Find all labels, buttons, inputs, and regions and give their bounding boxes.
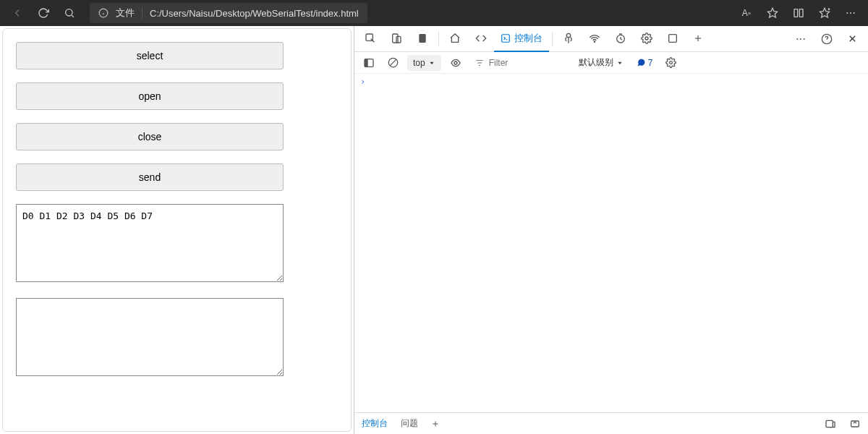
svg-marker-37	[430, 61, 433, 64]
svg-rect-34	[365, 59, 368, 67]
devtools-close-button[interactable]	[840, 33, 865, 44]
svg-point-0	[66, 9, 72, 16]
back-button[interactable]	[6, 1, 29, 25]
drawer-collapse-button[interactable]	[849, 418, 861, 430]
devtools-tabbar: 控制台	[354, 26, 868, 52]
console-icon	[501, 33, 511, 43]
refresh-button[interactable]	[32, 1, 55, 25]
favorite-button[interactable]	[761, 1, 784, 25]
svg-point-28	[804, 38, 805, 40]
live-expression-button[interactable]	[446, 54, 466, 72]
message-icon	[637, 58, 646, 67]
devtools-drawer-tabs: 控制台 问题	[354, 412, 868, 434]
svg-point-27	[800, 38, 801, 40]
split-screen-button[interactable]	[787, 1, 810, 25]
devtools-menu-button[interactable]	[788, 33, 814, 45]
application-tab[interactable]	[660, 26, 686, 52]
devtools-panel: 控制台 top	[354, 26, 868, 434]
svg-point-22	[645, 37, 648, 40]
filter-input[interactable]	[489, 58, 532, 68]
input-textarea[interactable]	[16, 204, 284, 282]
svg-point-11	[850, 12, 851, 14]
svg-rect-15	[396, 36, 401, 43]
svg-point-20	[594, 41, 595, 42]
log-level-selector[interactable]: 默认级别	[574, 54, 628, 72]
svg-point-10	[846, 12, 848, 14]
read-aloud-button[interactable]: A»	[735, 1, 758, 25]
file-label: 文件	[116, 7, 135, 20]
drawer-issues-tab[interactable]: 问题	[401, 417, 418, 430]
tablet-view-button[interactable]	[409, 26, 435, 52]
message-count[interactable]: 7	[632, 54, 658, 72]
svg-rect-46	[826, 420, 833, 427]
more-button[interactable]	[839, 1, 862, 25]
chevron-down-icon	[428, 59, 435, 67]
chevron-down-icon	[616, 59, 624, 67]
new-tab-button[interactable]	[686, 26, 710, 52]
sources-tab[interactable]	[556, 26, 582, 52]
svg-point-12	[854, 12, 855, 14]
memory-tab[interactable]	[634, 26, 660, 52]
filter-icon	[475, 58, 485, 68]
devtools-help-button[interactable]	[814, 33, 840, 45]
console-prompt-icon: ›	[360, 77, 365, 87]
separator	[142, 7, 142, 19]
collections-button[interactable]	[813, 1, 836, 25]
drawer-console-tab[interactable]: 控制台	[362, 417, 388, 430]
browser-toolbar: 文件 C:/Users/Naisu/Desktop/WebSerialTest/…	[0, 0, 868, 26]
svg-point-43	[670, 61, 673, 64]
svg-rect-23	[669, 34, 677, 42]
svg-line-36	[390, 59, 396, 66]
log-level-label: 默认级别	[579, 56, 613, 69]
elements-tab[interactable]	[468, 26, 494, 52]
network-tab[interactable]	[582, 26, 608, 52]
filter-input-wrapper[interactable]	[470, 54, 537, 72]
svg-rect-14	[393, 34, 398, 43]
console-tab[interactable]: 控制台	[494, 26, 549, 52]
url-text: C:/Users/Naisu/Desktop/WebSerialTest/ind…	[150, 8, 359, 19]
web-page: select open close send	[2, 28, 352, 432]
svg-marker-4	[767, 8, 777, 17]
welcome-tab[interactable]	[442, 26, 468, 52]
output-textarea[interactable]	[16, 298, 284, 376]
context-selector[interactable]: top	[407, 55, 441, 71]
svg-rect-6	[799, 9, 803, 17]
device-emulation-button[interactable]	[383, 26, 409, 52]
drawer-issues-icon[interactable]	[825, 418, 836, 430]
svg-point-26	[796, 38, 798, 40]
close-button[interactable]: close	[16, 123, 284, 150]
console-tab-label: 控制台	[514, 32, 542, 45]
inspect-element-button[interactable]	[357, 26, 383, 52]
info-icon	[98, 8, 109, 18]
select-button[interactable]: select	[16, 42, 284, 69]
search-button[interactable]	[58, 1, 81, 25]
message-count-value: 7	[648, 58, 653, 68]
console-toolbar: top 默认级别 7	[354, 52, 868, 74]
sidebar-toggle[interactable]	[359, 54, 379, 72]
context-label: top	[413, 58, 425, 68]
svg-marker-7	[820, 8, 829, 17]
drawer-new-tab[interactable]	[431, 420, 440, 428]
address-bar[interactable]: 文件 C:/Users/Naisu/Desktop/WebSerialTest/…	[90, 3, 367, 23]
svg-rect-16	[419, 34, 425, 43]
svg-rect-5	[794, 9, 798, 17]
send-button[interactable]: send	[16, 163, 284, 191]
console-output[interactable]: ›	[354, 74, 868, 412]
performance-tab[interactable]	[608, 26, 634, 52]
svg-point-38	[454, 61, 457, 64]
console-settings-button[interactable]	[661, 54, 681, 72]
clear-console-button[interactable]	[383, 54, 403, 72]
open-button[interactable]: open	[16, 82, 284, 110]
svg-marker-42	[618, 61, 621, 64]
